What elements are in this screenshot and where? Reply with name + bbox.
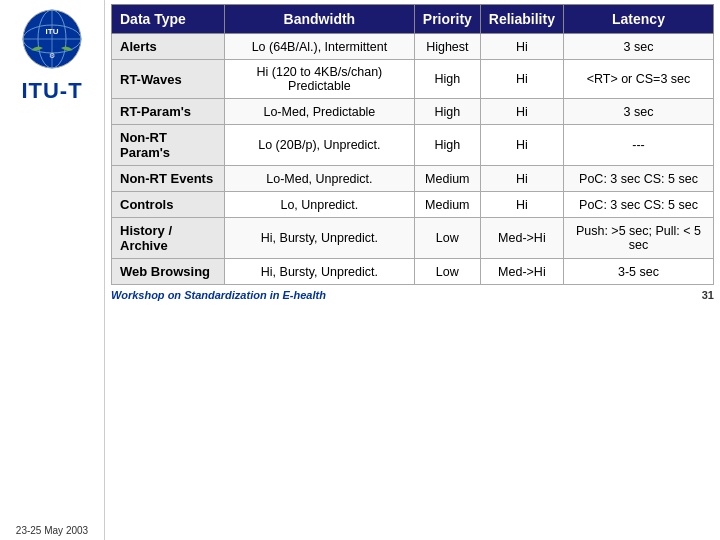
main-content: Data Type Bandwidth Priority Reliability… [105, 0, 720, 540]
table-row: RT-WavesHi (120 to 4KB/s/chan) Predictab… [112, 60, 714, 99]
cell-priority-3: High [414, 125, 480, 166]
table-row: AlertsLo (64B/Al.), IntermittentHighestH… [112, 34, 714, 60]
col-header-latency: Latency [563, 5, 713, 34]
cell-latency-6: Push: >5 sec; Pull: < 5 sec [563, 218, 713, 259]
cell-priority-1: High [414, 60, 480, 99]
cell-reliability-3: Hi [480, 125, 563, 166]
cell-latency-3: --- [563, 125, 713, 166]
table-row: ControlsLo, Unpredict.MediumHiPoC: 3 sec… [112, 192, 714, 218]
cell-bandwidth-1: Hi (120 to 4KB/s/chan) Predictable [224, 60, 414, 99]
cell-dataType-6: History / Archive [112, 218, 225, 259]
table-row: RT-Param'sLo-Med, PredictableHighHi3 sec [112, 99, 714, 125]
date-label: 23-25 May 2003 [16, 525, 88, 540]
cell-dataType-2: RT-Param's [112, 99, 225, 125]
cell-bandwidth-2: Lo-Med, Predictable [224, 99, 414, 125]
cell-dataType-3: Non-RT Param's [112, 125, 225, 166]
sidebar: ITU ⚙ ITU-T 23-25 May 2003 [0, 0, 105, 540]
cell-dataType-7: Web Browsing [112, 259, 225, 285]
data-table: Data Type Bandwidth Priority Reliability… [111, 4, 714, 285]
cell-dataType-5: Controls [112, 192, 225, 218]
itu-t-label: ITU-T [21, 78, 82, 104]
svg-text:ITU: ITU [46, 27, 59, 36]
cell-latency-4: PoC: 3 sec CS: 5 sec [563, 166, 713, 192]
cell-priority-4: Medium [414, 166, 480, 192]
logo-area: ITU ⚙ ITU-T [21, 8, 83, 104]
cell-priority-2: High [414, 99, 480, 125]
cell-dataType-4: Non-RT Events [112, 166, 225, 192]
cell-priority-6: Low [414, 218, 480, 259]
cell-priority-5: Medium [414, 192, 480, 218]
cell-dataType-0: Alerts [112, 34, 225, 60]
cell-latency-2: 3 sec [563, 99, 713, 125]
svg-text:⚙: ⚙ [49, 52, 55, 59]
footer: Workshop on Standardization in E-health … [111, 289, 714, 301]
footer-text: Workshop on Standardization in E-health [111, 289, 326, 301]
col-header-datatype: Data Type [112, 5, 225, 34]
cell-reliability-6: Med->Hi [480, 218, 563, 259]
cell-reliability-4: Hi [480, 166, 563, 192]
cell-bandwidth-7: Hi, Bursty, Unpredict. [224, 259, 414, 285]
cell-bandwidth-3: Lo (20B/p), Unpredict. [224, 125, 414, 166]
cell-reliability-0: Hi [480, 34, 563, 60]
cell-priority-7: Low [414, 259, 480, 285]
cell-bandwidth-6: Hi, Bursty, Unpredict. [224, 218, 414, 259]
cell-reliability-7: Med->Hi [480, 259, 563, 285]
cell-bandwidth-5: Lo, Unpredict. [224, 192, 414, 218]
table-row: Non-RT EventsLo-Med, Unpredict.MediumHiP… [112, 166, 714, 192]
table-header-row: Data Type Bandwidth Priority Reliability… [112, 5, 714, 34]
cell-dataType-1: RT-Waves [112, 60, 225, 99]
itu-logo: ITU ⚙ [21, 8, 83, 70]
cell-bandwidth-4: Lo-Med, Unpredict. [224, 166, 414, 192]
table-body: AlertsLo (64B/Al.), IntermittentHighestH… [112, 34, 714, 285]
table-row: Web BrowsingHi, Bursty, Unpredict.LowMed… [112, 259, 714, 285]
cell-latency-0: 3 sec [563, 34, 713, 60]
col-header-bandwidth: Bandwidth [224, 5, 414, 34]
cell-latency-7: 3-5 sec [563, 259, 713, 285]
cell-latency-5: PoC: 3 sec CS: 5 sec [563, 192, 713, 218]
cell-priority-0: Highest [414, 34, 480, 60]
cell-reliability-2: Hi [480, 99, 563, 125]
col-header-reliability: Reliability [480, 5, 563, 34]
table-row: History / ArchiveHi, Bursty, Unpredict.L… [112, 218, 714, 259]
cell-latency-1: <RT> or CS=3 sec [563, 60, 713, 99]
cell-reliability-5: Hi [480, 192, 563, 218]
cell-bandwidth-0: Lo (64B/Al.), Intermittent [224, 34, 414, 60]
page-number: 31 [702, 289, 714, 301]
cell-reliability-1: Hi [480, 60, 563, 99]
col-header-priority: Priority [414, 5, 480, 34]
table-row: Non-RT Param'sLo (20B/p), Unpredict.High… [112, 125, 714, 166]
